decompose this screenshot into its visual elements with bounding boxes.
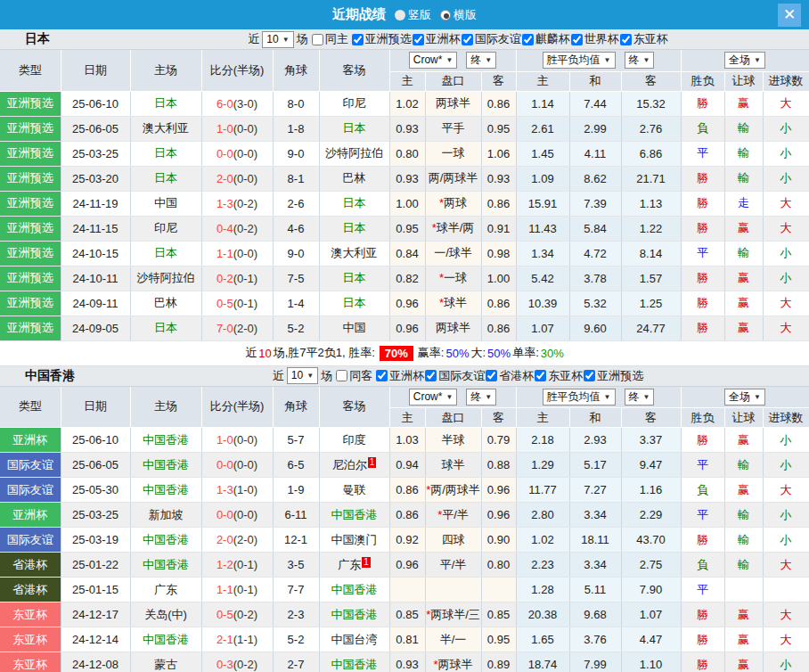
competition-checkbox[interactable] (522, 34, 534, 45)
odds-home: 0.92 (389, 528, 425, 553)
bookmaker-select[interactable]: Crow*▼ (409, 52, 458, 69)
corners: 12-1 (273, 528, 319, 553)
half-score: (2-0) (233, 322, 257, 335)
radio-selected-icon[interactable] (440, 10, 451, 20)
result-goals: 大 (763, 316, 809, 340)
match-count-select[interactable]: 10 ▼ (262, 31, 293, 48)
score: 2-0(2-0) (201, 528, 273, 553)
competition-filter[interactable]: 东亚杯 (619, 31, 668, 47)
scope-select[interactable]: 全场▼ (724, 52, 765, 69)
sub-handicap: 盘口 (425, 71, 481, 91)
home-team: 中国香港 (130, 478, 201, 503)
corners: 9-0 (273, 141, 319, 166)
competition-checkbox[interactable] (376, 370, 388, 381)
team-label: 日本 (154, 171, 177, 184)
competition-checkbox[interactable] (425, 370, 437, 381)
competition-filter[interactable]: 省港杯 (485, 368, 534, 384)
team-label: 曼联 (343, 483, 366, 496)
home-team: 中国香港 (130, 553, 201, 578)
mean-time-select[interactable]: 终▼ (625, 52, 655, 69)
competition-checkbox[interactable] (535, 370, 546, 381)
col-home: 主场 (130, 50, 201, 91)
half-score: (1-0) (233, 483, 257, 496)
summary-segment: 10 (258, 347, 271, 360)
competition-filter[interactable]: 国际友谊 (424, 368, 485, 384)
type-badge: 亚洲预选 (0, 266, 61, 291)
bookmaker-select[interactable]: Crow*▼ (409, 389, 458, 406)
home-team: 印尼 (130, 216, 201, 241)
full-score: 0-0 (217, 508, 233, 521)
half-score: (2-0) (233, 533, 257, 546)
mean-draw: 3.76 (569, 627, 621, 652)
mean-select[interactable]: 胜平负均值▼ (543, 52, 616, 69)
competition-filter[interactable]: 亚洲预选 (351, 31, 412, 47)
type-badge: 亚洲预选 (0, 191, 61, 216)
result-handicap: 輸 (724, 553, 763, 578)
competition-filter[interactable]: 麒麟杯 (521, 31, 570, 47)
competition-checkbox[interactable] (352, 34, 364, 45)
result-handicap: 輸 (724, 166, 763, 191)
scope-select[interactable]: 全场▼ (724, 389, 765, 406)
result-goals: 大 (763, 91, 809, 116)
competition-label: 麒麟杯 (535, 31, 570, 47)
competition-checkbox[interactable] (486, 370, 497, 381)
competition-filter[interactable]: 国际友谊 (461, 31, 521, 47)
odds-away: 0.80 (481, 553, 516, 578)
competition-filter[interactable]: 世界杯 (570, 31, 619, 47)
radio-vertical-layout[interactable]: 竖版 (395, 7, 431, 23)
same-venue-checkbox[interactable] (312, 34, 323, 45)
competition-filter[interactable]: 亚洲杯 (375, 368, 424, 384)
bookmaker-value: Crow* (413, 390, 443, 404)
competition-filter[interactable]: 东亚杯 (534, 368, 583, 384)
summary-segment: 场,胜7平2负1, 胜率: (274, 345, 375, 361)
full-score: 1-2 (217, 558, 233, 571)
result-goals: 小 (763, 528, 809, 553)
radio-horizontal-layout[interactable]: 横版 (440, 7, 477, 23)
same-venue-filter[interactable]: 同主 (311, 31, 348, 47)
same-venue-filter[interactable]: 同客 (335, 368, 372, 384)
mean-select[interactable]: 胜平负均值▼ (543, 389, 616, 406)
summary-segment: 50% (487, 347, 511, 360)
competition-checkbox[interactable] (413, 34, 424, 45)
mean-away: 8.14 (621, 241, 681, 266)
half-score: (0-0) (233, 172, 257, 185)
sub-mean-home: 主 (516, 408, 569, 428)
match-count-select[interactable]: 10 ▼ (287, 367, 318, 384)
same-venue-checkbox[interactable] (336, 370, 347, 381)
mean-time-select[interactable]: 终▼ (625, 389, 655, 406)
match-row: 亚洲预选25-06-10日本6-0(3-0)8-0印尼1.02两球半0.861.… (0, 91, 809, 116)
competition-label: 亚洲预选 (597, 368, 643, 384)
competition-checkbox[interactable] (584, 370, 595, 381)
competition-checkbox[interactable] (620, 34, 632, 45)
chevron-down-icon: ▼ (643, 390, 650, 404)
radio-icon[interactable] (395, 10, 405, 20)
type-badge: 亚洲预选 (0, 241, 61, 266)
competition-checkbox[interactable] (571, 34, 583, 45)
result-handicap: 輸 (724, 453, 763, 478)
team-label: 日本 (154, 146, 177, 160)
mean-draw: 2.93 (569, 428, 621, 453)
odds-time-select[interactable]: 终▼ (466, 52, 496, 69)
odds-time-select[interactable]: 终▼ (466, 389, 496, 406)
match-date: 24-09-05 (61, 316, 130, 340)
mean-group-header: 胜平负均值▼ 终▼ (516, 50, 681, 71)
result-wdl: 勝 (681, 216, 724, 241)
full-score: 2-0 (217, 533, 233, 546)
competition-checkbox[interactable] (462, 34, 473, 45)
handicap: *球半/两 (425, 216, 481, 241)
away-team: 日本 (319, 116, 389, 141)
mean-draw: 18.11 (569, 528, 621, 553)
match-row: 亚洲预选25-03-20日本2-0(0-0)8-1巴林0.93两/两球半0.93… (0, 166, 809, 191)
competition-filter[interactable]: 亚洲预选 (583, 368, 643, 384)
team-label: 日本 (154, 96, 177, 110)
competition-filter[interactable]: 亚洲杯 (412, 31, 461, 47)
corners: 5-7 (273, 428, 319, 453)
mean-time-value: 终 (629, 53, 640, 67)
away-team: 日本 (319, 266, 389, 291)
chevron-down-icon: ▼ (445, 53, 453, 67)
close-button[interactable]: ✕ (778, 4, 801, 27)
result-handicap: 赢 (724, 216, 763, 241)
home-team: 蒙古 (130, 652, 201, 672)
match-date: 24-10-11 (61, 266, 130, 291)
type-badge: 亚洲预选 (0, 141, 61, 166)
